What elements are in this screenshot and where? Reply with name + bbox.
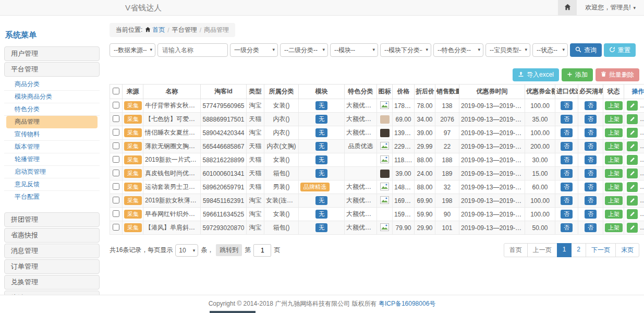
module-select[interactable]: --模块-- xyxy=(330,43,378,57)
edit-button[interactable] xyxy=(627,223,638,233)
page-button[interactable]: 1 xyxy=(557,243,572,257)
must-buy-badge[interactable]: 否 xyxy=(585,142,597,151)
icp-link[interactable]: 粤ICP备16098006号 xyxy=(379,300,435,307)
import-optimal-badge[interactable]: 否 xyxy=(561,223,573,233)
row-checkbox[interactable] xyxy=(113,210,119,217)
import-excel-button[interactable]: 导入excel xyxy=(513,68,559,81)
reset-button[interactable]: 重置 xyxy=(604,43,636,57)
status-badge[interactable]: 上架 xyxy=(605,101,623,111)
module-subcategory-select[interactable]: --模块下分类-- xyxy=(380,43,431,57)
sidebar-group-item[interactable]: 消息管理 xyxy=(4,244,100,258)
sidebar-subitem[interactable]: 特色分类 xyxy=(4,103,100,116)
search-button[interactable]: 查询 xyxy=(570,43,602,57)
import-optimal-badge[interactable]: 否 xyxy=(561,128,573,138)
must-buy-badge[interactable]: 否 xyxy=(585,101,597,111)
import-optimal-badge[interactable]: 否 xyxy=(561,101,573,111)
status-badge[interactable]: 上架 xyxy=(605,196,623,206)
status-badge[interactable]: 上架 xyxy=(605,115,623,124)
sidebar-group-item[interactable]: 订单管理 xyxy=(4,259,100,274)
sidebar-subitem[interactable]: 宣传物料 xyxy=(4,128,100,141)
sidebar-group-item[interactable]: 统计管理 xyxy=(4,291,100,295)
per-page-select[interactable]: 10 xyxy=(175,244,198,257)
import-optimal-badge[interactable]: 否 xyxy=(561,210,573,219)
page-button[interactable]: 上一页 xyxy=(527,243,557,257)
sidebar-group-item[interactable]: 省惠快报 xyxy=(4,228,100,243)
level1-category-select[interactable]: 一级分类 xyxy=(230,43,278,57)
page-button[interactable]: 首页 xyxy=(504,243,528,257)
coupon-time: 2019-09-13—2019-09-19 xyxy=(459,153,525,167)
breadcrumb-item-platform[interactable]: 平台管理 xyxy=(172,26,197,34)
must-buy-badge[interactable]: 否 xyxy=(585,196,597,206)
must-buy-badge[interactable]: 否 xyxy=(585,183,597,192)
page-button[interactable]: 末页 xyxy=(615,243,639,257)
edit-button[interactable] xyxy=(627,141,638,151)
row-checkbox[interactable] xyxy=(113,142,119,149)
edit-button[interactable] xyxy=(627,128,638,138)
import-optimal-badge[interactable]: 否 xyxy=(561,115,573,124)
item-type-select[interactable]: --宝贝类型-- xyxy=(485,43,530,57)
row-checkbox[interactable] xyxy=(113,115,119,122)
must-buy-badge[interactable]: 否 xyxy=(585,169,597,178)
row-checkbox[interactable] xyxy=(113,224,119,231)
page-number-input[interactable] xyxy=(253,244,271,257)
name-search-input[interactable] xyxy=(157,43,228,57)
status-badge[interactable]: 上架 xyxy=(605,169,623,178)
sidebar-group-item[interactable]: 平台管理 xyxy=(4,62,100,77)
must-buy-badge[interactable]: 否 xyxy=(585,115,597,124)
import-optimal-badge[interactable]: 否 xyxy=(561,169,573,178)
sidebar-subitem[interactable]: 平台配置 xyxy=(4,191,100,203)
import-optimal-badge[interactable]: 否 xyxy=(561,196,573,206)
sidebar-subitem[interactable]: 商品分类 xyxy=(4,78,100,91)
edit-button[interactable] xyxy=(627,182,638,192)
status-badge[interactable]: 上架 xyxy=(605,183,623,192)
batch-delete-button[interactable]: 批量删除 xyxy=(596,68,639,81)
sidebar-group-item[interactable]: 用户管理 xyxy=(4,46,100,61)
status-badge[interactable]: 上架 xyxy=(605,142,623,151)
status-badge[interactable]: 上架 xyxy=(605,155,623,165)
status-badge[interactable]: 上架 xyxy=(605,210,623,219)
must-buy-badge[interactable]: 否 xyxy=(585,155,597,165)
sidebar-subitem[interactable]: 版本管理 xyxy=(4,141,100,153)
sidebar-subitem[interactable]: 商品管理 xyxy=(6,116,98,128)
edit-button[interactable] xyxy=(627,209,638,219)
must-buy-badge[interactable]: 否 xyxy=(585,210,597,219)
row-checkbox[interactable] xyxy=(113,129,119,136)
breadcrumb-home-link[interactable]: 首页 xyxy=(145,26,165,34)
home-button[interactable] xyxy=(558,0,577,15)
sidebar-subitem[interactable]: 轮播管理 xyxy=(4,153,100,166)
status-select[interactable]: --状态-- xyxy=(532,43,568,57)
user-menu[interactable]: 欢迎您，管理员! ▾ xyxy=(577,0,644,15)
sidebar-group-item[interactable]: 拼团管理 xyxy=(4,212,100,227)
edit-button[interactable] xyxy=(627,114,638,124)
select-all-checkbox[interactable] xyxy=(113,88,119,94)
status-badge[interactable]: 上架 xyxy=(605,128,623,138)
sidebar-group-item[interactable]: 兑换管理 xyxy=(4,275,100,290)
row-checkbox[interactable] xyxy=(113,183,119,190)
import-optimal-badge[interactable]: 否 xyxy=(561,183,573,192)
feature-category-select[interactable]: --特色分类-- xyxy=(433,43,483,57)
edit-button[interactable] xyxy=(627,196,638,206)
page-button[interactable]: 2 xyxy=(571,243,586,257)
must-buy-badge[interactable]: 否 xyxy=(585,128,597,138)
edit-button[interactable] xyxy=(627,168,638,178)
data-source-select[interactable]: --数据来源-- xyxy=(110,43,155,57)
sidebar-subitem[interactable]: 意见反馈 xyxy=(4,178,100,191)
status-badge[interactable]: 上架 xyxy=(605,223,623,233)
row-checkbox[interactable] xyxy=(113,156,119,163)
jump-button[interactable]: 跳转到 xyxy=(216,244,242,256)
sidebar-subitem[interactable]: 启动页管理 xyxy=(4,166,100,178)
page-button[interactable]: 下一页 xyxy=(586,243,616,257)
edit-button[interactable] xyxy=(627,101,638,111)
row-checkbox[interactable] xyxy=(113,102,119,109)
sidebar-submenu: 商品分类模块商品分类特色分类商品管理宣传物料版本管理轮播管理启动页管理意见反馈平… xyxy=(4,78,100,204)
edit-button[interactable] xyxy=(627,155,638,165)
must-buy-badge[interactable]: 否 xyxy=(585,223,597,233)
import-optimal-badge[interactable]: 否 xyxy=(561,155,573,165)
row-checkbox[interactable] xyxy=(113,197,119,203)
sales-count: 198 xyxy=(435,194,459,208)
sidebar-subitem[interactable]: 模块商品分类 xyxy=(4,91,100,103)
row-checkbox[interactable] xyxy=(113,170,119,176)
add-button[interactable]: 添加 xyxy=(562,68,593,81)
level2-category-select[interactable]: --二级分类-- xyxy=(280,43,328,57)
import-optimal-badge[interactable]: 否 xyxy=(561,142,573,151)
